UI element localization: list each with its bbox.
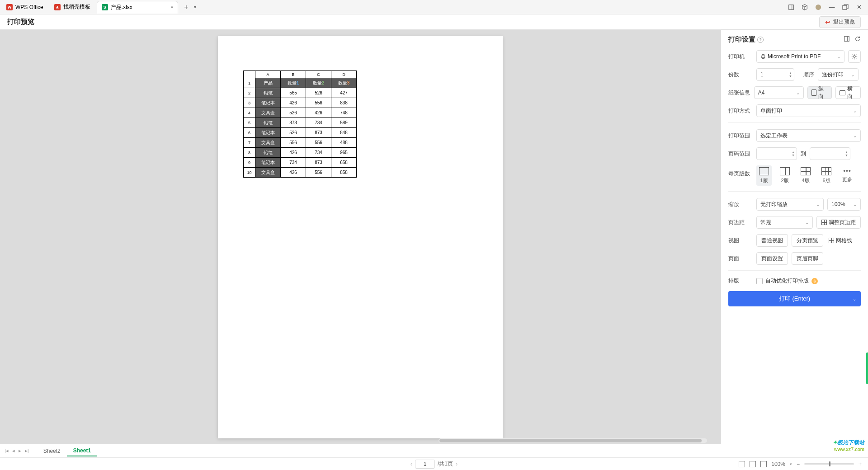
template-icon	[54, 4, 61, 10]
orientation-landscape[interactable]: 横向	[835, 86, 861, 99]
page-label: 页面	[728, 255, 753, 263]
landscape-icon	[840, 90, 845, 95]
table-row: 3笔记本426556838	[244, 98, 357, 108]
premium-icon: $	[811, 278, 818, 284]
new-tab-button[interactable]: +	[181, 2, 192, 13]
svg-rect-7	[762, 55, 764, 56]
view-mode-1-icon[interactable]	[739, 461, 745, 467]
orientation-portrait[interactable]: 纵向	[807, 86, 832, 99]
table-row: 9笔记本734873658	[244, 158, 357, 168]
svg-point-2	[816, 4, 821, 9]
sheet-nav-first-icon[interactable]: |◂	[5, 448, 9, 454]
table-row: 5铅笔873734589	[244, 118, 357, 128]
page-next-icon[interactable]: ›	[456, 461, 458, 467]
sheet-nav-next-icon[interactable]: ▸	[19, 448, 21, 454]
print-mode-select[interactable]: 单面打印⌄	[756, 104, 861, 117]
view-page-button[interactable]: 分页预览	[792, 234, 823, 247]
sheet-tab-bar: |◂ ◂ ▸ ▸| Sheet2 Sheet1	[0, 444, 868, 457]
col-header: D	[331, 71, 357, 78]
scale-label: 缩放	[728, 201, 753, 208]
tab-close-icon[interactable]: •	[171, 4, 173, 11]
scale-pct-select[interactable]: 100%⌄	[827, 198, 861, 211]
gridlines-toggle[interactable]: 网格线	[827, 234, 854, 247]
scale-select[interactable]: 无打印缩放⌄	[756, 198, 824, 211]
layout-more[interactable]: •••更多	[840, 165, 855, 185]
horizontal-scrollbar[interactable]	[439, 438, 707, 443]
page-total-label: /共1页	[438, 460, 453, 468]
page-prev-icon[interactable]: ‹	[410, 461, 412, 467]
tab-wps-home[interactable]: W WPS Office	[2, 1, 48, 14]
print-button[interactable]: 打印 (Enter) ⌄	[728, 291, 861, 306]
spinner-up-icon[interactable]: ▲	[789, 71, 792, 75]
svg-rect-3	[843, 5, 847, 9]
exit-preview-button[interactable]: ↩ 退出预览	[819, 16, 861, 28]
exit-icon: ↩	[825, 19, 830, 26]
col-header: B	[281, 71, 306, 78]
minimize-button[interactable]: —	[826, 1, 838, 14]
collapse-panel-icon[interactable]	[844, 36, 850, 43]
zoom-in-icon[interactable]: +	[859, 461, 862, 467]
col-header: C	[306, 71, 331, 78]
svg-rect-4	[844, 37, 849, 42]
help-icon[interactable]: ?	[757, 37, 764, 43]
table-row: 7文具盒556556488	[244, 138, 357, 148]
view-mode-2-icon[interactable]	[750, 461, 756, 467]
page-number-input[interactable]	[415, 460, 435, 469]
sheet-tab-sheet1[interactable]: Sheet1	[67, 446, 97, 456]
zoom-label[interactable]: 100%	[771, 461, 785, 467]
tab-label: WPS Office	[15, 4, 43, 10]
spinner-down-icon[interactable]: ▼	[789, 75, 792, 78]
avatar-icon[interactable]	[812, 1, 825, 14]
side-accent	[866, 352, 868, 384]
cube-icon[interactable]	[798, 1, 811, 14]
printer-icon	[760, 54, 766, 59]
table-row: 1产品数量1数量2数量3	[244, 78, 357, 88]
grid-icon	[829, 238, 834, 243]
auto-typeset-checkbox[interactable]	[756, 278, 763, 284]
zoom-dropdown-icon[interactable]: ▾	[790, 462, 792, 466]
tab-label: 产品.xlsx	[111, 4, 132, 11]
tab-label: 找稻壳模板	[63, 3, 90, 11]
layout-4up[interactable]: 4版	[798, 165, 813, 186]
print-settings-panel: 打印设置 ? 打印机 Microsoft Print to PDF ⌄ 份数 1…	[721, 30, 868, 444]
corner-cell	[244, 71, 255, 78]
margin-select[interactable]: 常规⌄	[756, 216, 813, 229]
paper-select[interactable]: A4⌄	[754, 86, 804, 99]
printer-label: 打印机	[728, 53, 753, 61]
layout-6up[interactable]: 6版	[819, 165, 834, 186]
view-normal-button[interactable]: 普通视图	[756, 234, 788, 247]
maximize-button[interactable]	[839, 1, 852, 14]
adjust-margins-button[interactable]: 调整页边距	[816, 216, 861, 229]
page-range-label: 页码范围	[728, 150, 753, 158]
preview-canvas[interactable]: A B C D 1产品数量1数量2数量32铅笔5655264273笔记本4265…	[0, 30, 721, 444]
zoom-out-icon[interactable]: −	[797, 461, 800, 467]
page-from-input[interactable]: ▲▼	[756, 147, 797, 160]
order-select[interactable]: 逐份打印⌄	[818, 68, 859, 81]
table-row: 10文具盒426556858	[244, 168, 357, 178]
page-setup-button[interactable]: 页面设置	[756, 252, 788, 265]
close-button[interactable]: ✕	[853, 1, 865, 14]
page-to-input[interactable]: ▲▼	[810, 147, 850, 160]
copies-input[interactable]: 1 ▲▼	[756, 68, 794, 81]
range-select[interactable]: 选定工作表⌄	[756, 129, 861, 142]
layout-label: 每页版数	[728, 165, 753, 178]
tab-dropdown-icon[interactable]: ▾	[192, 2, 199, 13]
sheet-nav-prev-icon[interactable]: ◂	[12, 448, 15, 454]
auto-typeset-label: 自动优化打印排版	[765, 277, 809, 285]
svg-point-9	[854, 56, 855, 57]
sheet-nav-last-icon[interactable]: ▸|	[25, 448, 29, 454]
chevron-down-icon[interactable]: ⌄	[853, 296, 856, 301]
refresh-icon[interactable]	[854, 36, 861, 43]
layout-1up[interactable]: 1版	[756, 165, 772, 186]
view-mode-3-icon[interactable]	[760, 461, 767, 467]
tab-templates[interactable]: 找稻壳模板	[50, 1, 95, 14]
titlebar: W WPS Office 找稻壳模板 S 产品.xlsx • + ▾ — ✕	[0, 0, 868, 14]
zoom-slider[interactable]	[804, 463, 854, 465]
layout-2up[interactable]: 2版	[777, 165, 793, 186]
printer-settings-button[interactable]	[848, 50, 861, 63]
printer-select[interactable]: Microsoft Print to PDF ⌄	[756, 50, 844, 63]
panel-toggle-icon[interactable]	[785, 1, 797, 14]
tab-file-product[interactable]: S 产品.xlsx •	[97, 1, 178, 14]
sheet-tab-sheet2[interactable]: Sheet2	[37, 446, 67, 456]
header-footer-button[interactable]: 页眉页脚	[792, 252, 823, 265]
